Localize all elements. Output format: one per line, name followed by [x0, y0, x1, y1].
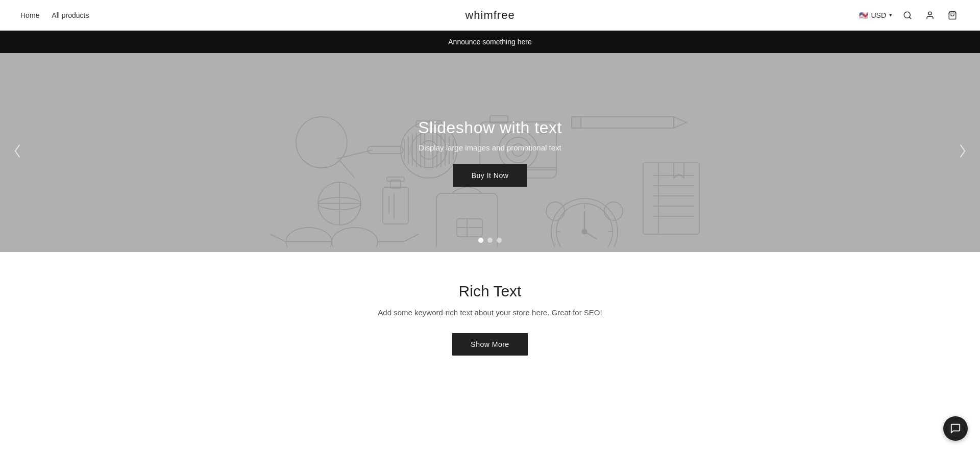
account-icon — [925, 11, 935, 20]
svg-line-47 — [271, 234, 286, 242]
search-button[interactable] — [900, 8, 915, 22]
main-nav: Home All products — [20, 11, 89, 19]
rich-text-description: Add some keyword-rich text about your st… — [10, 308, 970, 317]
chevron-down-icon: ▾ — [889, 12, 892, 18]
slideshow-title: Slideshow with text — [418, 118, 562, 137]
svg-line-1 — [909, 17, 911, 18]
currency-label: USD — [871, 11, 886, 19]
header: Home All products whimfree 🇺🇸 USD ▾ — [0, 0, 980, 31]
announcement-bar: Announce something here — [0, 31, 980, 53]
svg-rect-38 — [383, 187, 408, 224]
rich-text-title: Rich Text — [10, 283, 970, 300]
cart-button[interactable] — [945, 8, 960, 22]
slideshow-dot-1[interactable] — [478, 238, 483, 243]
slideshow-next-button[interactable] — [953, 139, 972, 166]
svg-rect-40 — [387, 177, 404, 181]
svg-point-43 — [286, 228, 332, 247]
svg-point-2 — [928, 12, 932, 15]
svg-point-62 — [604, 202, 623, 220]
show-more-button[interactable]: Show More — [452, 333, 527, 356]
svg-marker-32 — [674, 117, 687, 128]
svg-rect-67 — [643, 163, 699, 234]
slideshow-dot-2[interactable] — [487, 238, 493, 243]
slideshow: Slideshow with text Display large images… — [0, 53, 980, 252]
flag-icon: 🇺🇸 — [859, 11, 868, 19]
announcement-text: Announce something here — [448, 38, 531, 46]
rich-text-section: Rich Text Add some keyword-rich text abo… — [0, 252, 980, 386]
chevron-right-icon — [959, 144, 967, 158]
search-icon — [903, 11, 912, 20]
cart-icon — [948, 11, 957, 20]
slideshow-prev-button[interactable] — [8, 139, 27, 166]
slideshow-content: Slideshow with text Display large images… — [418, 118, 562, 187]
svg-line-58 — [584, 232, 597, 239]
svg-line-5 — [339, 160, 355, 178]
nav-home[interactable]: Home — [20, 11, 39, 19]
svg-rect-7 — [368, 146, 403, 154]
svg-point-44 — [332, 228, 378, 247]
svg-rect-31 — [572, 117, 674, 128]
account-button[interactable] — [923, 8, 937, 22]
header-actions: 🇺🇸 USD ▾ — [859, 8, 960, 22]
nav-all-products[interactable]: All products — [52, 11, 89, 19]
svg-point-61 — [546, 202, 565, 220]
currency-selector[interactable]: 🇺🇸 USD ▾ — [859, 11, 892, 19]
svg-line-48 — [403, 234, 419, 242]
slideshow-dot-3[interactable] — [497, 238, 502, 243]
slideshow-subtitle: Display large images and promotional tex… — [418, 143, 562, 152]
buy-it-now-button[interactable]: Buy It Now — [453, 164, 527, 187]
svg-line-6 — [337, 150, 373, 159]
chevron-left-icon — [13, 144, 21, 158]
slideshow-dots — [478, 238, 502, 243]
svg-rect-33 — [572, 117, 581, 128]
site-logo[interactable]: whimfree — [465, 9, 514, 22]
